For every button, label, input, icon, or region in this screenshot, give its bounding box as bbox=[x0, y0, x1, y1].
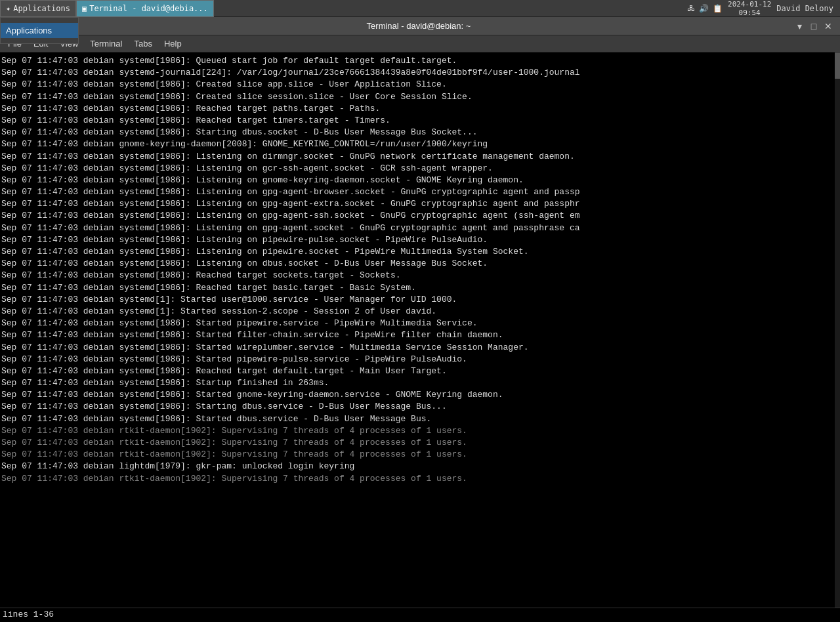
terminal-icon: ▣ bbox=[82, 4, 87, 13]
taskbar-system-icons: 🖧 🔊 📋 bbox=[687, 4, 723, 13]
window-titlebar: Terminal - david@debian: ~ ▾ □ ✕ bbox=[0, 17, 840, 35]
menu-item-help[interactable]: Help bbox=[159, 37, 187, 50]
terminal-line: Sep 07 11:47:03 debian systemd[1986]: St… bbox=[1, 401, 839, 413]
menu-item-terminal[interactable]: Terminal bbox=[85, 37, 127, 50]
terminal-line: Sep 07 11:47:03 debian systemd[1986]: Li… bbox=[1, 198, 839, 210]
terminal-line: Sep 07 11:47:03 debian gnome-keyring-dae… bbox=[1, 138, 839, 150]
terminal-line: Sep 07 11:47:03 debian systemd[1986]: Li… bbox=[1, 234, 839, 246]
terminal-line: Sep 07 11:47:03 debian systemd[1986]: St… bbox=[1, 354, 839, 365]
terminal-line: Sep 07 11:47:03 debian systemd[1986]: St… bbox=[1, 329, 839, 341]
applications-taskbar-button[interactable]: ✦ Applications bbox=[0, 0, 76, 17]
menubar: FileEditViewTerminalTabsHelp bbox=[0, 35, 840, 52]
status-text: lines 1-36 bbox=[3, 610, 54, 619]
window-controls: ▾ □ ✕ bbox=[793, 20, 835, 33]
terminal-line: Sep 07 11:47:03 debian systemd[1986]: Li… bbox=[1, 151, 839, 163]
terminal-line: Sep 07 11:47:03 debian rtkit-daemon[1902… bbox=[1, 473, 839, 485]
terminal-line: Sep 07 11:47:03 debian systemd[1986]: Qu… bbox=[1, 55, 839, 67]
terminal-line: Sep 07 11:47:03 debian systemd[1986]: Li… bbox=[1, 210, 839, 222]
terminal-line: Sep 07 11:47:03 debian systemd[1986]: Li… bbox=[1, 163, 839, 175]
terminal-line: Sep 07 11:47:03 debian systemd[1986]: St… bbox=[1, 413, 839, 425]
terminal-line: Sep 07 11:47:03 debian rtkit-daemon[1902… bbox=[1, 449, 839, 461]
terminal-statusbar: lines 1-36 bbox=[0, 608, 840, 622]
terminal-line: Sep 07 11:47:03 debian lightdm[1979]: gk… bbox=[1, 461, 839, 472]
scrollbar-thumb[interactable] bbox=[835, 52, 840, 79]
datetime-display: 2024-01-12 09:54 bbox=[728, 0, 771, 17]
terminal-line: Sep 07 11:47:03 debian systemd[1986]: Re… bbox=[1, 270, 839, 281]
terminal-line: Sep 07 11:47:03 debian systemd[1986]: Re… bbox=[1, 365, 839, 377]
terminal-line: Sep 07 11:47:03 debian systemd[1986]: Li… bbox=[1, 186, 839, 198]
terminal-line: Sep 07 11:47:03 debian systemd[1]: Start… bbox=[1, 294, 839, 306]
terminal-line: Sep 07 11:47:03 debian systemd[1986]: St… bbox=[1, 377, 839, 389]
terminal-line: Sep 07 11:47:03 debian systemd[1986]: Re… bbox=[1, 282, 839, 294]
terminal-line: Sep 07 11:47:03 debian systemd[1986]: Li… bbox=[1, 175, 839, 186]
window-minimize-button[interactable]: ▾ bbox=[793, 20, 806, 33]
terminal-taskbar-button[interactable]: ▣ Terminal - david@debia... bbox=[76, 0, 214, 17]
applications-icon: ✦ bbox=[6, 4, 10, 13]
terminal-line: Sep 07 11:47:03 debian systemd[1986]: Li… bbox=[1, 258, 839, 270]
username-display: David Delony bbox=[776, 4, 833, 13]
terminal-line: Sep 07 11:47:03 debian systemd[1986]: St… bbox=[1, 389, 839, 401]
terminal-line: Sep 07 11:47:03 debian systemd[1986]: Cr… bbox=[1, 79, 839, 91]
scrollbar[interactable] bbox=[835, 52, 840, 608]
terminal-line: Sep 07 11:47:03 debian systemd[1986]: Re… bbox=[1, 103, 839, 115]
terminal-label: Terminal - david@debia... bbox=[89, 4, 208, 13]
clipboard-icon: 📋 bbox=[713, 4, 723, 13]
terminal-line: Sep 07 11:47:03 debian rtkit-daemon[1902… bbox=[1, 437, 839, 449]
terminal-line: Sep 07 11:47:03 debian rtkit-daemon[1902… bbox=[1, 425, 839, 437]
window-maximize-button[interactable]: □ bbox=[807, 20, 820, 33]
terminal-line: Sep 07 11:47:03 debian systemd[1986]: St… bbox=[1, 342, 839, 354]
terminal-line: Sep 07 11:47:03 debian systemd[1986]: St… bbox=[1, 127, 839, 138]
terminal-line: Sep 07 11:47:03 debian systemd[1986]: St… bbox=[1, 318, 839, 329]
terminal-window: Terminal - david@debian: ~ ▾ □ ✕ FileEdi… bbox=[0, 17, 840, 622]
applications-label: Applications bbox=[13, 4, 70, 13]
terminal-line: Sep 07 11:47:03 debian systemd[1986]: Li… bbox=[1, 246, 839, 258]
network-icon: 🖧 bbox=[687, 4, 695, 13]
menu-item-tabs[interactable]: Tabs bbox=[129, 37, 157, 50]
applications-dropdown: Applications bbox=[0, 17, 79, 44]
taskbar-right: 🖧 🔊 📋 2024-01-12 09:54 David Delony bbox=[681, 0, 840, 17]
applications-dropdown-label[interactable]: Applications bbox=[1, 23, 78, 38]
volume-icon: 🔊 bbox=[699, 4, 709, 13]
taskbar: ✦ Applications ▣ Terminal - david@debia.… bbox=[0, 0, 840, 17]
terminal-output: Sep 07 11:47:03 debian systemd[1986]: Qu… bbox=[1, 55, 839, 485]
terminal-line: Sep 07 11:47:03 debian systemd[1986]: Re… bbox=[1, 115, 839, 127]
terminal-line: Sep 07 11:47:03 debian systemd[1986]: Cr… bbox=[1, 91, 839, 103]
window-title: Terminal - david@debian: ~ bbox=[45, 21, 793, 31]
window-close-button[interactable]: ✕ bbox=[822, 20, 835, 33]
terminal-line: Sep 07 11:47:03 debian systemd[1986]: Li… bbox=[1, 222, 839, 234]
terminal-body[interactable]: Sep 07 11:47:03 debian systemd[1986]: Qu… bbox=[0, 52, 840, 608]
terminal-line: Sep 07 11:47:03 debian systemd[1]: Start… bbox=[1, 306, 839, 318]
terminal-line: Sep 07 11:47:03 debian systemd-journald[… bbox=[1, 67, 839, 79]
